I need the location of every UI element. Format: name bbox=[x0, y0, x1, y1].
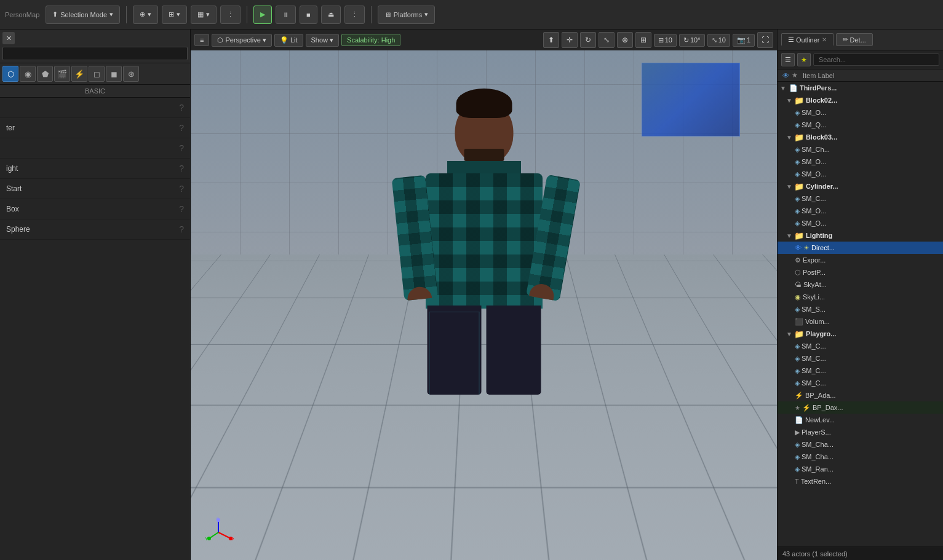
help-icon[interactable]: ? bbox=[179, 184, 184, 194]
show-button[interactable]: Show ▾ bbox=[306, 34, 340, 47]
outliner-item-sm8[interactable]: ◈ SM_O... bbox=[778, 217, 943, 229]
play-button[interactable]: ▶ bbox=[253, 6, 272, 24]
maximize-btn[interactable]: ⛶ bbox=[757, 32, 773, 48]
outliner-item-block03[interactable]: ▼ 📁 Block03... bbox=[778, 131, 943, 143]
postprocess-icon: ⬡ bbox=[795, 269, 801, 277]
outliner-item-skylight[interactable]: ◉ SkyLi... bbox=[778, 291, 943, 303]
scale-snap-btn[interactable]: ⤡ 10 bbox=[707, 34, 730, 47]
outliner-item-sm5[interactable]: ◈ SM_O... bbox=[778, 168, 943, 180]
outliner-item-sm15[interactable]: ◈ SM_Cha... bbox=[778, 451, 943, 463]
eject-button[interactable]: ⏏ bbox=[321, 6, 341, 24]
outliner-item-root[interactable]: ▼ 📄 ThirdPers... bbox=[778, 82, 943, 94]
add-actor-button[interactable]: ⊕ ▾ bbox=[133, 6, 158, 24]
outliner-item-bpdax[interactable]: ★ ⚡ BP_Dax... bbox=[778, 401, 943, 414]
outliner-item-volume[interactable]: ⬛ Volum... bbox=[778, 315, 943, 328]
outliner-item-sm14[interactable]: ◈ SM_Cha... bbox=[778, 438, 943, 451]
outliner-item-sm9[interactable]: ◈ SM_S... bbox=[778, 303, 943, 315]
launch-icon: ⋮ bbox=[351, 10, 358, 18]
mesh-icon: ◈ bbox=[795, 379, 800, 387]
outliner-item-block02[interactable]: ▼ 📁 Block02... bbox=[778, 94, 943, 106]
build-button[interactable]: ▦ ▾ bbox=[191, 6, 217, 24]
outliner-item-sm1[interactable]: ◈ SM_O... bbox=[778, 106, 943, 119]
world-local-btn[interactable]: ⊕ bbox=[617, 32, 633, 48]
viewport-menu-button[interactable]: ≡ bbox=[194, 34, 209, 46]
select-mode-btn[interactable]: ⬆ bbox=[543, 32, 559, 48]
outliner-item-sm2[interactable]: ◈ SM_Q... bbox=[778, 119, 943, 131]
star-filter-button[interactable]: ★ bbox=[797, 53, 811, 66]
outliner-item-lighting-folder[interactable]: ▼ 📁 Lighting bbox=[778, 229, 943, 242]
actor-icon-button[interactable]: ⬡ bbox=[2, 66, 18, 82]
help-icon[interactable]: ? bbox=[179, 204, 184, 214]
outliner-item-sm4[interactable]: ◈ SM_O... bbox=[778, 156, 943, 168]
play-icon: ▶ bbox=[260, 10, 265, 18]
outliner-item-sm7[interactable]: ◈ SM_O... bbox=[778, 205, 943, 217]
list-item[interactable]: Box ? bbox=[0, 199, 190, 219]
snap-button[interactable]: ⊞ ▾ bbox=[162, 6, 187, 24]
launch-options-button[interactable]: ⋮ bbox=[344, 6, 365, 24]
more-button[interactable]: ⋮ bbox=[220, 6, 241, 24]
list-item[interactable]: ? bbox=[0, 138, 190, 159]
rotate-snap-btn[interactable]: ↻ 10° bbox=[679, 34, 705, 47]
outliner-item-sm6[interactable]: ◈ SM_C... bbox=[778, 192, 943, 205]
rotate-mode-btn[interactable]: ↻ bbox=[580, 32, 596, 48]
outliner-item-sm12[interactable]: ◈ SM_C... bbox=[778, 365, 943, 377]
outliner-items-list: ▼ 📄 ThirdPers... ▼ 📁 Block02... ◈ SM_O..… bbox=[778, 82, 943, 546]
light-icon-button[interactable]: ◉ bbox=[20, 66, 36, 82]
outliner-tab[interactable]: ☰ Outliner ✕ bbox=[781, 33, 834, 46]
move-mode-btn[interactable]: ✛ bbox=[562, 32, 578, 48]
outliner-item-skyatmosphere[interactable]: 🌤 SkyAt... bbox=[778, 278, 943, 291]
help-icon[interactable]: ? bbox=[179, 224, 184, 234]
scale-mode-btn[interactable]: ⤡ bbox=[599, 32, 615, 48]
list-item[interactable]: ight ? bbox=[0, 159, 190, 179]
right-panel: ☰ Outliner ✕ ✏ Det... ☰ ★ 👁 ★ Item Label… bbox=[777, 30, 943, 560]
viewport[interactable]: ≡ ⬡ Perspective ▾ 💡 Lit Show ▾ Scalabili… bbox=[191, 30, 777, 560]
outliner-item-export[interactable]: ⚙ Expor... bbox=[778, 254, 943, 266]
outliner-search-input[interactable] bbox=[813, 53, 939, 66]
corner-box bbox=[642, 63, 740, 136]
fx-icon-button[interactable]: ⚡ bbox=[71, 66, 87, 82]
surface-snap-btn[interactable]: ⊞ bbox=[635, 32, 651, 48]
outliner-item-sm11[interactable]: ◈ SM_C... bbox=[778, 352, 943, 365]
outliner-item-postprocess[interactable]: ⬡ PostP... bbox=[778, 266, 943, 278]
outliner-item-textrender[interactable]: T TextRen... bbox=[778, 475, 943, 487]
geo-icon-button[interactable]: ⬟ bbox=[37, 66, 53, 82]
help-icon[interactable]: ? bbox=[179, 123, 184, 133]
sky-icon: 🌤 bbox=[795, 281, 802, 288]
outliner-item-sm16[interactable]: ◈ SM_Ran... bbox=[778, 463, 943, 475]
list-item[interactable]: Start ? bbox=[0, 179, 190, 199]
outliner-item-bpada[interactable]: ⚡ BP_Ada... bbox=[778, 389, 943, 401]
outliner-item-directional-light[interactable]: 👁 ☀ Direct... bbox=[778, 242, 943, 254]
outliner-item-newlevel[interactable]: 📄 NewLev... bbox=[778, 414, 943, 426]
grid-snap-btn[interactable]: ⊞ 10 bbox=[654, 34, 677, 47]
help-icon[interactable]: ? bbox=[179, 103, 184, 112]
lit-button[interactable]: 💡 Lit bbox=[274, 34, 303, 47]
outliner-item-sm13[interactable]: ◈ SM_C... bbox=[778, 377, 943, 389]
outliner-item-sm3[interactable]: ◈ SM_Ch... bbox=[778, 143, 943, 156]
selection-mode-button[interactable]: ⬆ Selection Mode ▾ bbox=[46, 6, 120, 24]
platforms-button[interactable]: 🖥 Platforms ▾ bbox=[378, 6, 435, 24]
scalability-button[interactable]: Scalability: High bbox=[341, 34, 400, 46]
outliner-item-playerstart[interactable]: ▶ PlayerS... bbox=[778, 426, 943, 438]
outliner-item-cylinder[interactable]: ▼ 📁 Cylinder... bbox=[778, 180, 943, 192]
help-icon[interactable]: ? bbox=[179, 164, 184, 173]
mesh-icon: ◈ bbox=[795, 195, 800, 203]
details-tab[interactable]: ✏ Det... bbox=[836, 33, 873, 46]
outliner-item-sm10[interactable]: ◈ SM_C... bbox=[778, 340, 943, 352]
misc-icon-button[interactable]: ⊛ bbox=[123, 66, 139, 82]
stop-button[interactable]: ■ bbox=[300, 6, 317, 24]
close-outliner-button[interactable]: ✕ bbox=[822, 36, 827, 43]
shape-icon-button[interactable]: ◼ bbox=[106, 66, 122, 82]
blueprint-icon-button[interactable]: ◻ bbox=[89, 66, 105, 82]
animation-icon-button[interactable]: 🎬 bbox=[54, 66, 70, 82]
left-search-input[interactable] bbox=[2, 47, 188, 60]
help-icon[interactable]: ? bbox=[179, 143, 184, 153]
list-item[interactable]: ? bbox=[0, 98, 190, 118]
camera-speed-btn[interactable]: 📷 1 bbox=[733, 34, 755, 47]
outliner-item-playground[interactable]: ▼ 📁 Playgro... bbox=[778, 328, 943, 340]
filter-button[interactable]: ☰ bbox=[781, 53, 795, 66]
list-item[interactable]: Sphere ? bbox=[0, 219, 190, 240]
perspective-button[interactable]: ⬡ Perspective ▾ bbox=[212, 34, 271, 47]
close-panel-button[interactable]: ✕ bbox=[2, 32, 15, 44]
pause-button[interactable]: ⏸ bbox=[276, 6, 296, 24]
list-item[interactable]: ter ? bbox=[0, 118, 190, 138]
